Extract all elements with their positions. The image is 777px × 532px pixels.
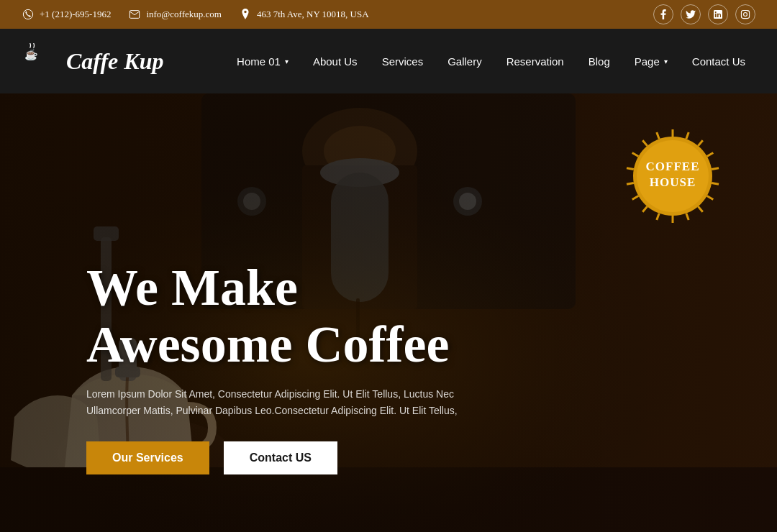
hero-title: We Make Awesome Coffee <box>86 260 460 373</box>
svg-line-37 <box>657 214 659 220</box>
email-icon <box>128 8 141 21</box>
svg-line-34 <box>698 206 702 212</box>
svg-line-43 <box>642 140 647 146</box>
nav-home-label: Home 01 <box>237 55 281 68</box>
nav-links: Home 01 ▾ About Us Services Gallery Rese… <box>227 50 755 73</box>
twitter-icon[interactable] <box>681 4 701 24</box>
hero-buttons: Our Services Contact US <box>86 441 460 474</box>
nav-services[interactable]: Services <box>372 50 434 73</box>
nav-contact-label: Contact Us <box>692 55 745 68</box>
phone-text: +1 (212)-695-1962 <box>40 9 111 20</box>
page-dropdown-arrow: ▾ <box>664 58 668 65</box>
nav-home[interactable]: Home 01 ▾ <box>227 50 299 73</box>
nav-blog-label: Blog <box>589 55 610 68</box>
top-bar: +1 (212)-695-1962 info@coffekup.com 463 … <box>0 0 777 29</box>
svg-text:COFFEE: COFFEE <box>646 160 700 173</box>
nav-about-label: About Us <box>313 55 358 68</box>
svg-line-29 <box>698 140 702 146</box>
svg-line-39 <box>632 196 639 200</box>
svg-line-41 <box>627 168 634 170</box>
nav-gallery[interactable]: Gallery <box>437 50 492 73</box>
home-dropdown-arrow: ▾ <box>285 58 288 65</box>
svg-line-33 <box>707 196 714 200</box>
our-services-button[interactable]: Our Services <box>86 441 209 474</box>
phone-icon <box>22 8 35 21</box>
logo-icon: ☕ <box>22 43 58 79</box>
contact-us-button[interactable]: Contact US <box>224 441 337 474</box>
hero-section: COFFEE HOUSE We Make Awesome Coffee Lore… <box>0 93 777 532</box>
svg-point-3 <box>744 13 748 17</box>
location-icon <box>239 8 252 21</box>
svg-line-28 <box>686 132 689 139</box>
nav-gallery-label: Gallery <box>447 55 482 68</box>
linkedin-icon[interactable] <box>708 4 728 24</box>
svg-text:☕: ☕ <box>24 48 38 61</box>
nav-about[interactable]: About Us <box>303 50 368 73</box>
svg-rect-1 <box>130 11 140 19</box>
phone-info: +1 (212)-695-1962 <box>22 8 111 21</box>
svg-line-40 <box>627 183 634 185</box>
svg-line-38 <box>642 206 647 212</box>
svg-line-44 <box>657 132 659 139</box>
hero-content: We Make Awesome Coffee Lorem Ipsum Dolor… <box>86 260 460 474</box>
hero-title-line1: We Make <box>86 259 298 316</box>
svg-line-42 <box>632 153 639 157</box>
nav-blog[interactable]: Blog <box>578 50 620 73</box>
navbar: ☕ Caffe Kup Home 01 ▾ About Us Services … <box>0 29 777 93</box>
nav-page[interactable]: Page ▾ <box>624 50 678 73</box>
top-bar-contact-info: +1 (212)-695-1962 info@coffekup.com 463 … <box>22 8 369 21</box>
nav-reservation[interactable]: Reservation <box>496 50 574 73</box>
badge-svg: COFFEE HOUSE <box>626 129 719 223</box>
nav-reservation-label: Reservation <box>506 55 564 68</box>
svg-point-0 <box>23 9 32 19</box>
nav-services-label: Services <box>382 55 424 68</box>
coffee-badge: COFFEE HOUSE <box>626 129 719 223</box>
svg-line-31 <box>712 168 719 170</box>
logo-text: Caffe Kup <box>66 48 163 75</box>
email-text: info@coffekup.com <box>146 9 222 20</box>
svg-point-4 <box>748 12 748 12</box>
svg-text:HOUSE: HOUSE <box>650 175 696 189</box>
facebook-icon[interactable] <box>653 4 673 24</box>
nav-contact[interactable]: Contact Us <box>682 50 755 73</box>
hero-title-line2: Awesome Coffee <box>86 316 449 373</box>
address-text: 463 7th Ave, NY 10018, USA <box>257 9 369 20</box>
email-info: info@coffekup.com <box>128 8 222 21</box>
social-links <box>653 4 755 24</box>
svg-line-30 <box>707 153 714 157</box>
nav-page-label: Page <box>635 55 660 68</box>
svg-line-32 <box>712 183 719 185</box>
hero-subtitle: Lorem Ipsum Dolor Sit Amet, Consectetur … <box>86 386 460 418</box>
instagram-icon[interactable] <box>735 4 755 24</box>
svg-line-35 <box>686 214 689 220</box>
logo[interactable]: ☕ Caffe Kup <box>22 43 163 79</box>
address-info: 463 7th Ave, NY 10018, USA <box>239 8 369 21</box>
